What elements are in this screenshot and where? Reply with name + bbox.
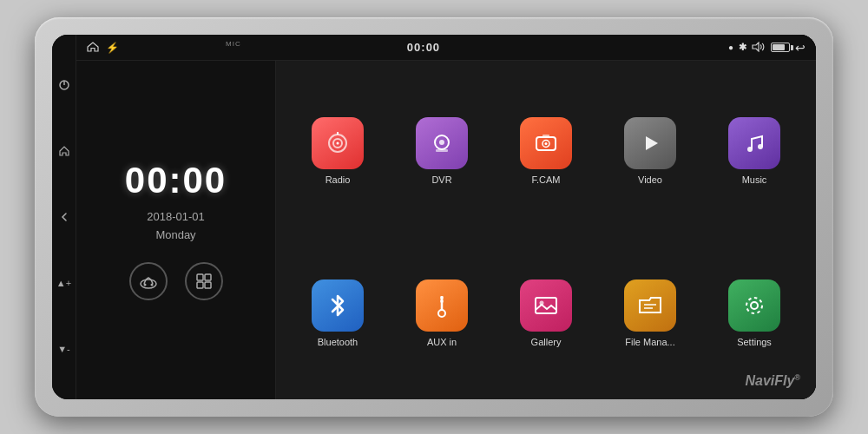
svg-point-33 [746,298,762,313]
side-buttons: ▲+ ▼- [52,35,76,399]
app-item-file-manager[interactable]: File Mana... [602,236,699,391]
device-screen: ▲+ ▼- MIC ⚡ 00:00 ● ✱ [52,35,816,399]
svg-point-32 [751,302,758,309]
status-bar: ⚡ 00:00 ● ✱ ↩ [76,35,816,61]
clock-time: 00:00 [125,160,227,201]
svg-point-23 [758,144,763,149]
svg-rect-7 [205,274,211,280]
svg-marker-21 [646,136,658,150]
app-icon-file-manager [624,279,676,332]
brand-symbol: ® [794,373,800,382]
app-label-dvr: DVR [431,174,451,185]
volume-up-button[interactable]: ▲+ [56,275,72,291]
home-button[interactable] [56,143,72,159]
app-icon-bluetooth [312,279,364,332]
app-icon-radio [312,117,364,169]
app-icon-gallery [520,279,572,332]
app-label-fcam: F.CAM [532,174,561,185]
app-item-music[interactable]: Music [706,74,803,229]
app-icon-fcam [520,117,572,169]
svg-point-5 [150,283,153,286]
app-label-aux-in: AUX in [427,337,457,347]
svg-point-3 [141,279,156,288]
app-label-video: Video [638,174,662,185]
clock-widget: 00:00 2018-01-01 Monday [76,61,276,399]
app-label-file-manager: File Mana... [625,337,674,347]
app-item-fcam[interactable]: F.CAM [497,74,595,229]
svg-marker-2 [753,43,759,51]
app-label-settings: Settings [737,337,772,347]
date-display: 2018-01-01 Monday [147,208,205,245]
svg-rect-16 [436,149,448,152]
svg-rect-20 [542,135,549,138]
app-label-music: Music [742,174,767,185]
app-icon-aux-in [416,279,468,332]
svg-rect-28 [536,298,556,313]
svg-point-22 [747,147,753,152]
app-item-radio[interactable]: Radio [289,74,386,229]
svg-point-19 [545,142,548,145]
status-right-icons: ● ✱ ↩ [728,41,806,55]
date-line1: 2018-01-01 [147,208,205,227]
mic-label: MIC [226,40,241,48]
app-label-gallery: Gallery [531,337,562,347]
svg-point-15 [439,140,444,145]
home-icon [87,42,99,54]
app-grid: Radio DVR F.CAM Video Music Bluetooth AU… [276,61,816,399]
brand-name: NaviFly [745,373,794,388]
grid-view-button[interactable] [185,262,223,300]
bottom-controls [129,262,223,300]
back-nav-icon[interactable]: ↩ [795,41,806,55]
volume-icon [752,42,766,54]
svg-point-27 [440,296,444,299]
app-icon-settings [728,279,780,332]
bluetooth-status-icon: ✱ [739,42,746,53]
power-button[interactable] [56,77,72,93]
svg-rect-8 [197,282,203,288]
status-left-icons: ⚡ [87,42,119,54]
app-item-dvr[interactable]: DVR [393,74,490,229]
battery-icon [771,43,790,52]
app-label-bluetooth: Bluetooth [318,337,358,347]
device-outer: ▲+ ▼- MIC ⚡ 00:00 ● ✱ [35,17,833,417]
app-label-radio: Radio [326,174,351,185]
svg-point-24 [438,310,445,317]
svg-rect-6 [197,274,203,280]
volume-down-button[interactable]: ▼- [56,341,72,357]
status-time: 00:00 [407,41,440,54]
app-icon-dvr [416,117,468,169]
app-icon-music [728,117,780,169]
app-item-video[interactable]: Video [602,74,699,229]
main-screen: MIC ⚡ 00:00 ● ✱ [76,35,816,399]
app-item-bluetooth[interactable]: Bluetooth [289,236,386,391]
app-item-gallery[interactable]: Gallery [497,236,595,391]
location-icon: ● [728,43,733,52]
navifly-brand: NaviFly® [745,373,800,389]
svg-point-12 [337,142,339,145]
app-item-settings[interactable]: Settings [706,236,803,391]
drive-mode-button[interactable] [129,262,168,300]
main-content: 00:00 2018-01-01 Monday [76,61,816,399]
app-item-aux-in[interactable]: AUX in [393,236,490,391]
usb-icon: ⚡ [106,42,119,54]
svg-point-4 [143,283,146,286]
back-button[interactable] [56,209,72,225]
svg-point-26 [440,299,444,303]
app-icon-video [624,117,676,169]
svg-rect-9 [205,282,211,288]
date-line2: Monday [147,227,205,245]
